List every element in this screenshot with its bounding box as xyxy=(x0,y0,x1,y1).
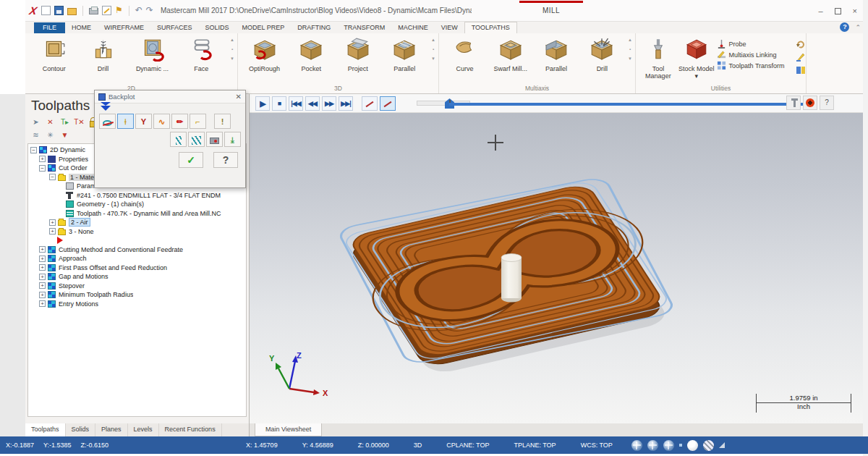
shading-selected-wrap[interactable] xyxy=(679,444,682,447)
viewsheet-tab-main[interactable]: Main Viewsheet xyxy=(255,423,322,436)
playback-help-icon[interactable]: ? xyxy=(820,96,834,110)
insert-arrow-down-icon[interactable]: ▼ xyxy=(59,130,71,140)
close-icon[interactable]: ✕ xyxy=(236,93,242,101)
mill-context-tab[interactable]: MILL xyxy=(519,0,583,22)
redo-icon[interactable]: ↷ xyxy=(146,6,153,15)
outline-shaded-icon[interactable] xyxy=(687,440,698,451)
playback-progress-bar[interactable] xyxy=(449,103,809,106)
go-to-start-button[interactable]: |◀◀ xyxy=(289,96,303,111)
field-wcs[interactable]: WCS: TOP xyxy=(581,442,613,449)
refresh-icon[interactable] xyxy=(796,39,806,49)
tree-item-entry-motions[interactable]: + Entry Motions xyxy=(28,300,246,309)
toolpath-transform-button[interactable]: Toolpath Transform xyxy=(717,61,794,70)
deselect-operations-icon[interactable]: ✕ xyxy=(44,117,56,127)
maximize-button[interactable] xyxy=(835,8,841,14)
open-file-icon[interactable] xyxy=(67,8,77,15)
show-tool-button[interactable]: ⟊ xyxy=(117,114,134,129)
panel-tab-solids[interactable]: Solids xyxy=(66,423,96,436)
tree-item-tool[interactable]: #241 - 0.7500 ENDMILL1 FLAT - 3/4 FLAT E… xyxy=(28,191,246,200)
expand-icon[interactable]: + xyxy=(39,300,46,307)
field-3d-toggle[interactable]: 3D xyxy=(414,442,422,449)
multiaxis-linking-button[interactable]: Multiaxis Linking xyxy=(717,50,794,59)
field-cplane[interactable]: CPLANE: TOP xyxy=(446,442,489,449)
collapse-icon[interactable]: − xyxy=(39,165,46,172)
tab-model-prep[interactable]: MODEL PREP xyxy=(236,22,292,33)
tab-toolpaths[interactable]: TOOLPATHS xyxy=(464,22,517,33)
panel-tab-toolpaths[interactable]: Toolpaths xyxy=(25,423,66,436)
gnomon-tplane-icon[interactable] xyxy=(647,440,658,451)
gallery-scroll-arrows[interactable]: ▲▪▼ xyxy=(430,38,437,61)
backplot-options-button[interactable]: ! xyxy=(214,114,231,129)
regen-dirty-icon[interactable]: T✕ xyxy=(73,117,85,127)
contour-button[interactable]: Contour xyxy=(31,35,77,72)
gnomon-cplane-icon[interactable] xyxy=(631,440,642,451)
backplot-title-bar[interactable]: Backplot ✕ xyxy=(95,90,245,104)
dynamic-mill-button[interactable]: Dynamic ... xyxy=(129,35,175,72)
trace-all-button[interactable] xyxy=(188,132,205,147)
stop-conditions-icon[interactable] xyxy=(803,96,817,110)
grid-tool-icon[interactable] xyxy=(796,65,806,75)
expand-icon[interactable]: + xyxy=(39,246,46,253)
tree-item-cutting-method[interactable]: + Cutting Method and Conventional Feedra… xyxy=(28,245,246,255)
ok-button[interactable]: ✓ xyxy=(179,152,203,168)
tab-drafting[interactable]: DRAFTING xyxy=(291,22,337,33)
tree-item-approach[interactable]: + Approach xyxy=(28,254,246,263)
field-x[interactable]: X: 1.45709 xyxy=(246,442,278,449)
play-button[interactable]: ▶ xyxy=(255,96,270,111)
drill-2d-button[interactable]: Drill xyxy=(80,35,127,72)
close-button[interactable]: × xyxy=(853,7,857,15)
save-icon[interactable] xyxy=(54,6,64,15)
graphics-viewport[interactable]: X Z Y ▶ ■ |◀◀ ◀◀ ▶▶ ▶▶| ? xyxy=(250,94,863,423)
help-icon[interactable]: ? xyxy=(840,22,849,32)
wireframe-view-icon[interactable] xyxy=(703,440,714,451)
tool-manager-button[interactable]: Tool Manager xyxy=(640,35,676,80)
show-rapid-moves-button[interactable]: ∿ xyxy=(153,114,170,129)
flag-icon[interactable]: ⚑ xyxy=(115,6,123,15)
quick-verify-button[interactable]: ⌐ xyxy=(190,114,206,129)
collapse-chevron-icon[interactable] xyxy=(101,106,111,111)
tree-item-stepover[interactable]: + Stepover xyxy=(28,282,246,291)
tab-solids[interactable]: SOLIDS xyxy=(199,22,236,33)
swarf-milling-button[interactable]: Swarf Mill... xyxy=(488,35,533,72)
parallel-multiaxis-button[interactable]: Parallel xyxy=(534,35,579,72)
tree-item-min-radius[interactable]: + Minimum Toolpath Radius xyxy=(28,290,246,300)
edit-config-icon[interactable] xyxy=(102,6,111,15)
field-y[interactable]: Y: 4.56889 xyxy=(302,442,333,449)
gallery-scroll-arrows[interactable]: ▲▪▼ xyxy=(229,38,236,61)
undo-icon[interactable]: ↶ xyxy=(135,6,142,15)
face-button[interactable]: Face xyxy=(178,35,224,72)
tab-transform[interactable]: TRANSFORM xyxy=(337,22,391,33)
gnomon-wcs-icon[interactable] xyxy=(663,440,674,451)
project-button[interactable]: Project xyxy=(335,35,381,72)
trace-mode-icon[interactable] xyxy=(362,96,378,111)
tree-item-none-folder[interactable]: + 3 - None xyxy=(28,227,246,237)
tab-wireframe[interactable]: WIREFRAME xyxy=(98,22,150,33)
post-icon[interactable]: ✳ xyxy=(44,130,56,140)
expand-icon[interactable]: + xyxy=(49,228,56,235)
tree-item-first-pass[interactable]: + First Pass Offset and Feed Reduction xyxy=(28,263,246,273)
tree-item-air-folder[interactable]: + 2 - Air xyxy=(28,218,246,227)
tab-file[interactable]: FILE xyxy=(34,22,65,33)
show-endpoints-button[interactable]: ✏ xyxy=(171,114,188,129)
expand-icon[interactable]: + xyxy=(49,219,56,226)
tree-item-gap-motions[interactable]: + Gap and Motions xyxy=(28,272,246,282)
stop-button[interactable]: ■ xyxy=(272,96,286,111)
collapse-icon[interactable]: − xyxy=(30,147,37,153)
tab-surfaces[interactable]: SURFACES xyxy=(150,22,199,33)
edit-hatch-icon[interactable] xyxy=(796,52,806,62)
minimize-button[interactable]: – xyxy=(818,7,822,15)
tree-item-geometry[interactable]: Geometry - (1) chain(s) xyxy=(28,200,246,209)
tab-view[interactable]: VIEW xyxy=(435,22,464,33)
help-button[interactable]: ? xyxy=(213,152,238,168)
expand-icon[interactable]: + xyxy=(39,156,46,162)
expand-icon[interactable]: + xyxy=(39,256,46,262)
stock-model-button[interactable]: Stock Model ▾ xyxy=(678,35,715,80)
expand-icon[interactable]: + xyxy=(39,282,46,289)
panel-tab-recent-functions[interactable]: Recent Functions xyxy=(159,423,222,436)
pocket-3d-button[interactable]: Pocket xyxy=(288,35,334,72)
show-holder-button[interactable]: Y xyxy=(135,114,152,129)
field-tplane[interactable]: TPLANE: TOP xyxy=(514,442,556,449)
regen-selected-icon[interactable]: T▸ xyxy=(59,117,71,127)
panel-tab-levels[interactable]: Levels xyxy=(128,423,159,436)
expand-icon[interactable]: + xyxy=(39,292,46,298)
